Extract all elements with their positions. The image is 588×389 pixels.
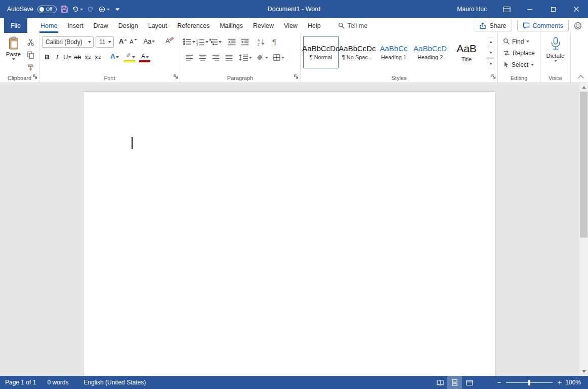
user-account-name[interactable]: Mauro Huc bbox=[457, 6, 487, 13]
dictate-button[interactable]: Dictate bbox=[543, 35, 568, 73]
shrink-font-button[interactable]: A bbox=[128, 36, 138, 47]
ink-tool-button[interactable] bbox=[98, 3, 110, 16]
read-mode-button[interactable] bbox=[433, 376, 447, 389]
numbering-button[interactable]: 1 2 3 bbox=[196, 36, 209, 47]
ribbon-home: Paste Clipboard bbox=[0, 33, 588, 83]
cut-button[interactable] bbox=[25, 37, 36, 48]
styles-scroll-up-button[interactable] bbox=[487, 37, 494, 47]
align-center-button[interactable] bbox=[196, 52, 209, 63]
format-painter-button[interactable] bbox=[25, 62, 36, 73]
web-layout-button[interactable] bbox=[462, 376, 477, 389]
tab-draw[interactable]: Draw bbox=[89, 18, 113, 33]
copy-button[interactable] bbox=[25, 50, 36, 60]
zoom-in-button[interactable]: + bbox=[555, 376, 565, 389]
subscript-button[interactable]: x2 bbox=[82, 52, 93, 63]
change-case-button[interactable]: Aa bbox=[142, 36, 156, 47]
comments-button[interactable]: Comments bbox=[517, 20, 569, 31]
decrease-indent-button[interactable] bbox=[225, 36, 238, 47]
shading-bucket-icon bbox=[256, 54, 264, 61]
shading-button[interactable] bbox=[255, 52, 270, 63]
document-page[interactable] bbox=[83, 91, 496, 376]
save-button[interactable] bbox=[59, 3, 70, 16]
group-styles: AaBbCcDc ¶ Normal AaBbCcDc ¶ No Spac... … bbox=[301, 33, 498, 83]
feedback-smiley-button[interactable] bbox=[574, 22, 582, 30]
paste-button[interactable]: Paste bbox=[3, 35, 24, 73]
multilevel-list-button[interactable] bbox=[209, 36, 222, 47]
text-effects-button[interactable]: A bbox=[109, 52, 120, 63]
select-button[interactable]: Select bbox=[503, 59, 537, 70]
quick-access-toolbar: AutoSave Off bbox=[0, 3, 123, 16]
find-button[interactable]: Find bbox=[503, 35, 537, 47]
redo-button[interactable] bbox=[85, 3, 96, 16]
customize-quick-access-button[interactable] bbox=[112, 3, 123, 16]
zoom-slider-thumb[interactable] bbox=[528, 380, 530, 385]
font-color-button[interactable]: A bbox=[138, 52, 151, 63]
tab-file[interactable]: File bbox=[4, 18, 27, 33]
highlight-color-button[interactable] bbox=[123, 52, 136, 63]
close-button[interactable] bbox=[565, 0, 588, 18]
scrollbar-down-button[interactable] bbox=[579, 367, 588, 376]
font-dialog-launcher[interactable] bbox=[173, 72, 178, 81]
strikethrough-button[interactable]: ab bbox=[72, 52, 82, 63]
underline-button[interactable]: U bbox=[62, 52, 72, 63]
styles-more-button[interactable] bbox=[487, 58, 494, 68]
scrollbar-up-button[interactable] bbox=[579, 83, 588, 92]
bullets-dropdown-icon bbox=[192, 41, 195, 43]
align-left-button[interactable] bbox=[183, 52, 196, 63]
print-layout-button[interactable] bbox=[447, 376, 462, 389]
bullets-button[interactable] bbox=[183, 36, 196, 47]
line-spacing-button[interactable] bbox=[238, 52, 253, 63]
font-family-combo[interactable]: Calibri (Body) bbox=[42, 36, 94, 48]
clear-formatting-button[interactable]: A bbox=[162, 36, 173, 47]
styles-group-label: Styles bbox=[301, 75, 497, 81]
style-title[interactable]: AaB Title bbox=[449, 36, 484, 68]
maximize-button[interactable] bbox=[541, 0, 565, 18]
undo-button[interactable] bbox=[72, 3, 83, 16]
page-number-status[interactable]: Page 1 of 1 bbox=[3, 376, 38, 389]
style-heading-1[interactable]: AaBbCc Heading 1 bbox=[376, 36, 411, 68]
tab-mailings[interactable]: Mailings bbox=[215, 18, 248, 33]
replace-button[interactable]: Replace bbox=[503, 47, 537, 59]
zoom-slider[interactable] bbox=[506, 382, 553, 383]
tab-layout[interactable]: Layout bbox=[143, 18, 173, 33]
styles-dialog-launcher[interactable] bbox=[491, 72, 496, 81]
sort-button[interactable]: A Z bbox=[255, 36, 268, 47]
minimize-button[interactable] bbox=[518, 0, 541, 18]
scrollbar-thumb[interactable] bbox=[580, 92, 587, 238]
collapse-ribbon-button[interactable] bbox=[579, 74, 583, 79]
bold-button[interactable]: B bbox=[42, 52, 52, 63]
align-right-button[interactable] bbox=[209, 52, 222, 63]
justify-icon bbox=[225, 55, 233, 61]
tell-me-box[interactable]: Tell me bbox=[338, 18, 368, 33]
share-button[interactable]: Share bbox=[474, 20, 512, 31]
tab-home[interactable]: Home bbox=[35, 18, 62, 33]
ribbon-display-options-button[interactable] bbox=[495, 0, 518, 18]
increase-indent-button[interactable] bbox=[238, 36, 251, 47]
language-status[interactable]: English (United States) bbox=[81, 376, 148, 389]
styles-scroll-down-button[interactable] bbox=[487, 48, 494, 58]
borders-button[interactable] bbox=[271, 52, 286, 63]
grow-font-button[interactable]: A bbox=[118, 36, 128, 47]
italic-button[interactable]: I bbox=[52, 52, 62, 63]
superscript-button[interactable]: x2 bbox=[93, 52, 103, 63]
show-paragraph-marks-button[interactable]: ¶ bbox=[268, 36, 281, 47]
vertical-scrollbar[interactable] bbox=[579, 83, 588, 376]
word-count-status[interactable]: 0 words bbox=[45, 376, 70, 389]
tab-review[interactable]: Review bbox=[248, 18, 279, 33]
increase-indent-icon bbox=[241, 38, 249, 46]
font-size-combo[interactable]: 11 bbox=[96, 36, 114, 48]
zoom-out-button[interactable]: − bbox=[494, 376, 504, 389]
style-heading-2[interactable]: AaBbCcD Heading 2 bbox=[412, 36, 448, 68]
tab-help[interactable]: Help bbox=[303, 18, 326, 33]
tab-view[interactable]: View bbox=[279, 18, 303, 33]
zoom-level[interactable]: 100% bbox=[565, 379, 588, 386]
clipboard-dialog-launcher[interactable] bbox=[32, 72, 37, 81]
tab-design[interactable]: Design bbox=[113, 18, 143, 33]
justify-button[interactable] bbox=[222, 52, 235, 63]
autosave-toggle[interactable]: Off bbox=[37, 6, 57, 13]
tab-insert[interactable]: Insert bbox=[62, 18, 88, 33]
tab-references[interactable]: References bbox=[172, 18, 215, 33]
paragraph-dialog-launcher[interactable] bbox=[293, 72, 299, 81]
style-no-spacing[interactable]: AaBbCcDc ¶ No Spac... bbox=[340, 36, 375, 68]
style-normal[interactable]: AaBbCcDc ¶ Normal bbox=[303, 36, 339, 68]
